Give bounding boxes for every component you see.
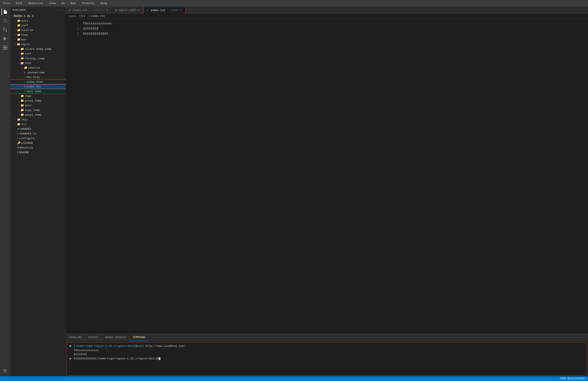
tree-label-passwd-www: .passwd-www	[26, 71, 66, 74]
activity-source-control[interactable]	[1, 26, 9, 33]
file-text-icon: ≡	[147, 9, 148, 12]
menu-go[interactable]: Go	[60, 1, 66, 5]
tree-item-readme[interactable]: ℹ README	[10, 150, 66, 155]
tree-label-client-body-temp: client_body_temp	[25, 47, 66, 51]
breadcrumb-file-icon: ≡	[89, 15, 90, 18]
tab-index-txt-label: index.txt	[150, 9, 165, 12]
tree-item-license[interactable]: 🔑 LICENSE	[10, 141, 66, 145]
tree-item-objs[interactable]: › 📁 objs	[10, 117, 66, 122]
tree-item-contrib[interactable]: › 📁 contrib	[10, 28, 66, 32]
tab-nginx-conf[interactable]: ⚙ nginx.conf ×	[112, 6, 144, 14]
tab-rewrite[interactable]: ≡ index.txt .../rewrite ×	[66, 6, 112, 14]
tree-item-passwd-www[interactable]: ≡ .passwd-www	[10, 70, 66, 75]
tree-item-test-html[interactable]: ◇ test.html	[10, 89, 66, 94]
tree-label-changes-ru: CHANGES.ru	[20, 132, 66, 135]
panel-tab-terminal[interactable]: TERMINAL	[129, 334, 149, 341]
tree-item-src[interactable]: › 📁 src	[10, 122, 66, 127]
breadcrumb-sep1: ›	[77, 15, 78, 18]
tree-label-nginx-root: NGINX-1.22.1	[14, 15, 66, 18]
tree-item-nginx-root[interactable]: ▾ NGINX-1.22.1	[10, 14, 66, 18]
tree-item-index-txt[interactable]: ≡ index.txt	[10, 84, 66, 89]
chevron-right-icon: ›	[21, 67, 24, 69]
code-line-3: 3 5433333333333	[66, 31, 588, 36]
menu-help[interactable]: Help	[99, 1, 108, 5]
tree-item-makefile[interactable]: M Makefile	[10, 145, 66, 150]
svg-point-10	[5, 370, 6, 371]
tree-label-fastcgi-temp: fastcgi_temp	[25, 57, 66, 60]
panel-tab-problems[interactable]: PROBLEMS	[66, 334, 85, 341]
chevron-right-icon: ›	[17, 104, 21, 107]
tree-item-conf2[interactable]: › 📁 conf	[10, 51, 66, 56]
tree-item-uwsgi-temp[interactable]: › 📁 uwsgi_temp	[10, 112, 66, 117]
activity-extensions[interactable]	[1, 44, 9, 51]
tree-item-html2[interactable]: ▾ 📂 html	[10, 61, 66, 66]
tree-item-changes-ru[interactable]: ● CHANGES.ru	[10, 131, 66, 136]
folder-icon: 📁	[21, 94, 24, 98]
activity-run-debug[interactable]	[1, 35, 9, 42]
menu-view[interactable]: View	[48, 1, 57, 5]
panel-tabs: PROBLEMS OUTPUT DEBUG CONSOLE TERMINAL	[66, 334, 588, 341]
activity-remote[interactable]	[1, 367, 9, 375]
file-text-icon: ≡	[69, 9, 70, 12]
file-html-icon: ◇	[24, 90, 26, 93]
sidebar-header-actions[interactable]: ···	[56, 8, 63, 12]
line-content-2: 42333333	[83, 27, 98, 31]
activity-bar	[0, 6, 10, 376]
terminal-prompt-dot	[69, 345, 71, 347]
terminal-cursor	[159, 357, 160, 360]
tab-index-txt-close[interactable]: ×	[179, 8, 182, 12]
tree-item-configure[interactable]: ≡ configure	[10, 136, 66, 141]
tree-item-50x[interactable]: ◇ 50x.html	[10, 75, 66, 80]
tree-item-logs[interactable]: › 📁 logs	[10, 94, 66, 98]
tab-rewrite-label: index.txt	[73, 9, 87, 12]
folder-icon: 📁	[21, 113, 24, 116]
tab-nginx-conf-close[interactable]: ×	[137, 8, 140, 12]
tree-item-client-body-temp[interactable]: › 📁 client_body_temp	[10, 47, 66, 51]
folder-icon: 📁	[21, 108, 24, 112]
file-text-icon: ≡	[24, 71, 25, 74]
tab-index-txt[interactable]: ≡ index.txt .../html ×	[144, 6, 186, 14]
activity-search[interactable]	[1, 17, 9, 24]
tree-item-man[interactable]: › 📁 man	[10, 37, 66, 42]
tree-item-fastcgi-temp[interactable]: › 📁 fastcgi_temp	[10, 56, 66, 61]
menu-selection[interactable]: Selection	[27, 1, 44, 5]
chevron-right-icon: ›	[17, 48, 21, 50]
tree-item-changes[interactable]: ● CHANGES	[10, 127, 66, 131]
tree-item-sbin[interactable]: › 📁 sbin	[10, 103, 66, 108]
code-editor[interactable]: 1 fdsssssssssssss 2 42333333 3 543333333…	[66, 19, 588, 334]
activity-files[interactable]	[1, 8, 9, 15]
main-layout: EXPLORER ··· ▾ NGINX-1.22.1 › 📁 auto › 📁	[0, 6, 588, 376]
tree-label-conf: conf	[21, 24, 66, 27]
file-conf-icon: ⚙	[115, 9, 117, 12]
tree-item-nginx[interactable]: ▾ 📂 nginx	[10, 42, 66, 47]
tab-index-txt-path: .../html	[167, 9, 178, 12]
tree-label-rewrite: rewrite	[28, 66, 66, 69]
file-makefile-icon: M	[17, 146, 19, 149]
chevron-right-icon: ›	[14, 34, 17, 36]
tree-item-index-html[interactable]: ◇ index.html	[10, 80, 66, 84]
tree-item-conf[interactable]: › 📁 conf	[10, 23, 66, 28]
menu-run[interactable]: Run	[69, 1, 77, 5]
folder-icon: 📁	[17, 118, 21, 121]
tree-item-proxy-temp[interactable]: › 📁 proxy_temp	[10, 98, 66, 103]
tab-rewrite-close[interactable]: ×	[105, 8, 108, 12]
tree-item-rewrite[interactable]: › 📁 rewrite	[10, 66, 66, 70]
breadcrumb-html[interactable]: html	[79, 15, 85, 18]
folder-icon: 📁	[17, 19, 21, 22]
breadcrumb-nginx[interactable]: nginx	[68, 15, 76, 18]
menu-terminal[interactable]: Terminal	[80, 1, 96, 5]
chevron-right-icon: ›	[14, 29, 17, 31]
chevron-right-icon: ›	[14, 123, 17, 126]
tree-item-html[interactable]: › 📁 html	[10, 32, 66, 37]
file-html-icon: ◇	[24, 80, 26, 84]
tree-item-scgi-temp[interactable]: › 📁 scgi_temp	[10, 108, 66, 112]
breadcrumb-index-txt[interactable]: ≡index.txt	[89, 15, 105, 18]
line-number-3: 3	[70, 32, 79, 36]
panel-tab-output[interactable]: OUTPUT	[85, 334, 102, 341]
terminal-content[interactable]: [/home/tiger/nginx-1.22.1/nginx/sbin]$cu…	[67, 342, 587, 376]
panel-tab-debug-console[interactable]: DEBUG CONSOLE	[102, 334, 129, 341]
menu-file[interactable]: File	[2, 1, 11, 5]
tree-item-auto[interactable]: › 📁 auto	[10, 18, 66, 23]
svg-line-1	[6, 22, 7, 22]
menu-edit[interactable]: Edit	[15, 1, 24, 5]
